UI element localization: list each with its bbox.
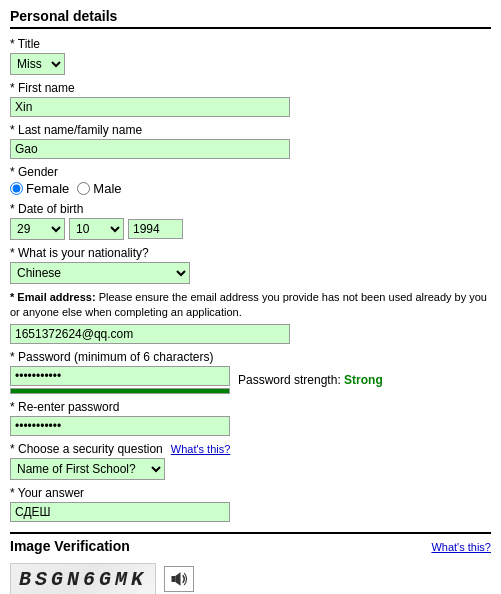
- gender-options-row: Female Male: [10, 181, 491, 196]
- security-question-select[interactable]: Name of First School? Mother's maiden na…: [10, 458, 165, 480]
- svg-marker-1: [175, 573, 180, 587]
- nationality-select[interactable]: Chinese British American Other: [10, 262, 190, 284]
- email-field-group: * Email address: Please ensure the email…: [10, 290, 491, 344]
- captcha-area: BSGN6GMK: [10, 563, 491, 594]
- reenter-password-input[interactable]: [10, 416, 230, 436]
- image-verification-header: Image Verification What's this?: [10, 538, 491, 557]
- password-row: Password strength: Strong: [10, 366, 491, 394]
- dob-label: * Date of birth: [10, 202, 491, 216]
- first-name-field-group: * First name: [10, 81, 491, 117]
- gender-field-group: * Gender Female Male: [10, 165, 491, 196]
- verification-whats-this-link[interactable]: What's this?: [431, 541, 491, 553]
- image-verification-title: Image Verification: [10, 538, 130, 557]
- password-strength-label-text: Password strength:: [238, 373, 341, 387]
- last-name-label: * Last name/family name: [10, 123, 491, 137]
- password-strength-value: Strong: [344, 373, 383, 387]
- title-select[interactable]: Miss Mr Mrs Ms Dr: [10, 53, 65, 75]
- captcha-audio-button[interactable]: [164, 566, 194, 592]
- password-strength-bar: [10, 388, 230, 394]
- password-strength-fill: [11, 389, 229, 393]
- security-question-label-row: * Choose a security question What's this…: [10, 442, 491, 456]
- security-question-field-group: * Choose a security question What's this…: [10, 442, 491, 480]
- svg-rect-0: [172, 576, 176, 582]
- gender-female-radio[interactable]: [10, 182, 23, 195]
- image-verification-section: Image Verification What's this? BSGN6GMK…: [10, 532, 491, 594]
- first-name-input[interactable]: [10, 97, 290, 117]
- last-name-input[interactable]: [10, 139, 290, 159]
- first-name-label: * First name: [10, 81, 491, 95]
- gender-male-option: Male: [77, 181, 121, 196]
- gender-female-option: Female: [10, 181, 69, 196]
- password-strength-text: Password strength: Strong: [238, 373, 383, 387]
- nationality-field-group: * What is your nationality? Chinese Brit…: [10, 246, 491, 284]
- nationality-label: * What is your nationality?: [10, 246, 491, 260]
- email-note: * Email address: Please ensure the email…: [10, 290, 491, 321]
- dob-field-group: * Date of birth 29 10: [10, 202, 491, 240]
- gender-male-radio[interactable]: [77, 182, 90, 195]
- security-whats-this-link[interactable]: What's this?: [171, 443, 231, 455]
- answer-input[interactable]: [10, 502, 230, 522]
- gender-label: * Gender: [10, 165, 491, 179]
- password-label: * Password (minimum of 6 characters): [10, 350, 491, 364]
- email-label-star: * Email address:: [10, 291, 96, 303]
- password-input[interactable]: [10, 366, 230, 386]
- audio-icon: [170, 570, 188, 588]
- email-input[interactable]: [10, 324, 290, 344]
- title-field-group: * Title Miss Mr Mrs Ms Dr: [10, 37, 491, 75]
- dob-day-select[interactable]: 29: [10, 218, 65, 240]
- answer-field-group: * Your answer: [10, 486, 491, 522]
- dob-year-input[interactable]: [128, 219, 183, 239]
- personal-details-title: Personal details: [10, 8, 491, 29]
- last-name-field-group: * Last name/family name: [10, 123, 491, 159]
- gender-male-label: Male: [93, 181, 121, 196]
- dob-month-select[interactable]: 10: [69, 218, 124, 240]
- captcha-image: BSGN6GMK: [10, 563, 156, 594]
- answer-label: * Your answer: [10, 486, 491, 500]
- security-question-label: * Choose a security question: [10, 442, 163, 456]
- title-label: * Title: [10, 37, 491, 51]
- reenter-password-label: * Re-enter password: [10, 400, 491, 414]
- reenter-password-field-group: * Re-enter password: [10, 400, 491, 436]
- page-container: Personal details * Title Miss Mr Mrs Ms …: [0, 0, 501, 594]
- password-field-group: * Password (minimum of 6 characters) Pas…: [10, 350, 491, 394]
- gender-female-label: Female: [26, 181, 69, 196]
- dob-row: 29 10: [10, 218, 491, 240]
